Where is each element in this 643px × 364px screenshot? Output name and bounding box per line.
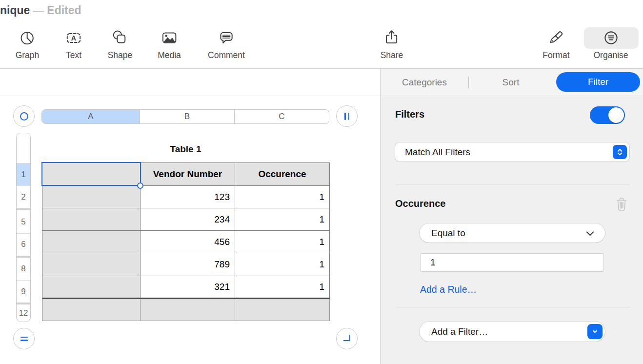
- cell-c12[interactable]: [235, 299, 330, 321]
- column-header-bar: A B C: [41, 109, 329, 124]
- cell-c5[interactable]: 1: [235, 208, 330, 231]
- row-header-6[interactable]: 6: [17, 233, 30, 256]
- match-filters-dropdown[interactable]: Match All Filters: [395, 142, 629, 162]
- row-header-12[interactable]: 12: [17, 304, 30, 322]
- section-divider: [396, 307, 629, 307]
- share-button[interactable]: Share: [381, 26, 403, 61]
- delete-filter-icon[interactable]: [615, 197, 628, 213]
- cell-b9[interactable]: 321: [141, 276, 235, 299]
- shapes-icon: [111, 26, 129, 49]
- cell-c1[interactable]: Occurence: [235, 163, 330, 186]
- row-header-5[interactable]: 5: [17, 210, 30, 233]
- shape-button[interactable]: Shape: [108, 26, 133, 61]
- toolbar-label: Format: [543, 50, 569, 61]
- content-divider: [0, 96, 643, 96]
- add-filter-dropdown[interactable]: Add a Filter…: [420, 322, 605, 342]
- filter-value-input[interactable]: [421, 253, 604, 272]
- cell-a1-selected[interactable]: [42, 163, 141, 186]
- cell-b6[interactable]: 456: [141, 231, 235, 253]
- document-name: nique: [0, 4, 30, 17]
- share-icon: [382, 26, 401, 49]
- table-title[interactable]: Table 1: [42, 144, 329, 155]
- toolbar-label: Graph: [16, 50, 40, 61]
- cell-b2[interactable]: 123: [141, 186, 235, 208]
- cell-a9[interactable]: [42, 276, 141, 299]
- row-header-1[interactable]: 1: [17, 163, 30, 186]
- section-divider: [396, 184, 629, 184]
- cell-c6[interactable]: 1: [235, 231, 330, 253]
- pie-chart-icon: [18, 26, 37, 49]
- cell-a2[interactable]: [42, 186, 141, 208]
- stepper-chevrons-icon: [613, 145, 627, 159]
- row-header-strip: 1 2 5 6 8 9 12: [16, 133, 31, 322]
- add-rule-link[interactable]: Add a Rule…: [420, 284, 477, 295]
- tab-filter[interactable]: Filter: [556, 72, 640, 92]
- comment-button[interactable]: Comment: [208, 26, 245, 61]
- tab-separator: [468, 77, 469, 88]
- media-button[interactable]: Media: [158, 26, 181, 61]
- match-filters-value: Match All Filters: [405, 147, 470, 158]
- edited-status: Edited: [47, 4, 81, 17]
- window-title: nique—Edited: [0, 4, 81, 17]
- column-header-b[interactable]: B: [140, 110, 234, 123]
- selection-drag-handle[interactable]: [137, 182, 143, 189]
- cell-c2[interactable]: 1: [235, 186, 330, 208]
- table-select-handle[interactable]: [13, 105, 35, 127]
- add-filter-value: Add a Filter…: [431, 326, 488, 337]
- row-header-2[interactable]: 2: [17, 185, 30, 208]
- row-header-9[interactable]: 9: [17, 280, 30, 303]
- toolbar-label: Share: [381, 50, 403, 61]
- column-header-a[interactable]: A: [42, 110, 140, 123]
- circle-icon: [20, 112, 28, 121]
- condition-value: Equal to: [431, 228, 465, 239]
- speech-bubble-icon: [217, 26, 236, 49]
- toolbar-label: Shape: [108, 50, 133, 61]
- toggle-knob: [608, 107, 624, 123]
- cell-a8[interactable]: [42, 253, 141, 276]
- tab-sort[interactable]: Sort: [502, 77, 520, 88]
- cell-c9[interactable]: 1: [235, 276, 330, 299]
- text-box-icon: A: [64, 26, 83, 49]
- cell-b8[interactable]: 789: [141, 253, 235, 276]
- panel-divider: [380, 69, 381, 364]
- toolbar-label: Organise: [593, 50, 628, 61]
- image-icon: [160, 26, 179, 49]
- cell-a12[interactable]: [42, 299, 141, 321]
- row-header-blank[interactable]: [17, 133, 30, 163]
- text-button[interactable]: A Text: [64, 26, 83, 61]
- add-row-handle[interactable]: [13, 328, 35, 349]
- corner-bracket-icon: [343, 335, 350, 341]
- filters-toggle[interactable]: [590, 106, 625, 124]
- filters-heading: Filters: [395, 109, 424, 120]
- toolbar-label: Media: [158, 50, 181, 61]
- add-column-handle[interactable]: [336, 105, 358, 127]
- toolbar-label: Comment: [208, 50, 245, 61]
- resize-table-handle[interactable]: [336, 328, 358, 349]
- cell-b5[interactable]: 234: [141, 208, 235, 231]
- graph-button[interactable]: Graph: [16, 26, 40, 61]
- toolbar-label: Text: [66, 50, 81, 61]
- spreadsheet-table: Vendor Number Occurence 123 1 234 1 456 …: [42, 162, 330, 321]
- cell-b1[interactable]: Vendor Number: [141, 163, 235, 186]
- cell-c8[interactable]: 1: [235, 253, 330, 276]
- cell-a5[interactable]: [42, 208, 141, 231]
- horizontal-bars-icon: [20, 337, 28, 341]
- column-header-c[interactable]: C: [234, 110, 329, 123]
- organise-lines-icon: [602, 26, 620, 49]
- chevron-down-icon: [586, 228, 594, 239]
- vertical-bars-icon: [344, 113, 349, 120]
- chevron-down-icon: [587, 324, 603, 339]
- svg-text:A: A: [71, 34, 76, 42]
- cell-b12[interactable]: [141, 299, 235, 321]
- row-header-8[interactable]: 8: [17, 258, 30, 281]
- tab-categories[interactable]: Categories: [402, 77, 447, 88]
- cell-a6[interactable]: [42, 231, 141, 253]
- condition-dropdown[interactable]: Equal to: [420, 223, 605, 243]
- paintbrush-icon: [547, 26, 565, 49]
- format-button[interactable]: Format: [543, 26, 569, 61]
- organise-button[interactable]: Organise: [593, 26, 628, 61]
- filter-column-name: Occurence: [395, 198, 445, 209]
